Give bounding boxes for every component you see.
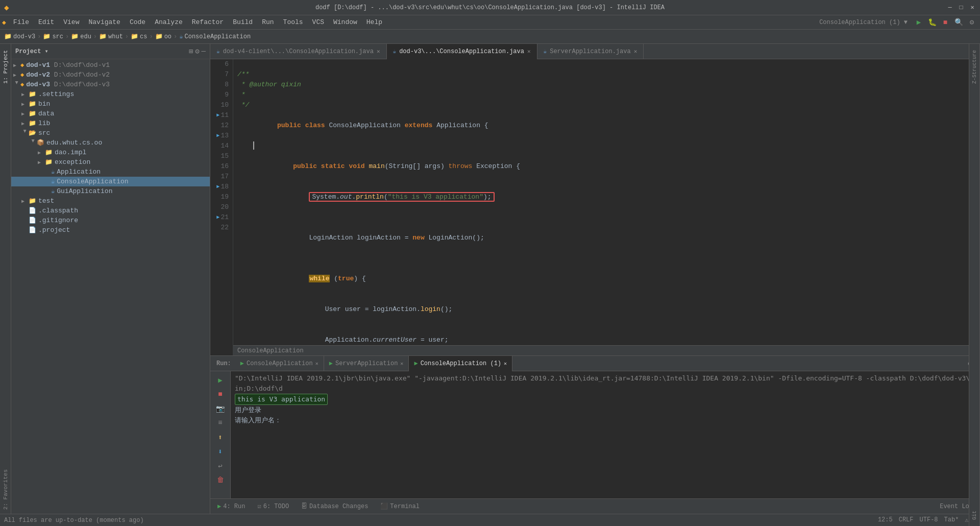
tab-dod-v4-console[interactable]: ☕ dod-v4-client\...\ConsoleApplication.j… (210, 44, 387, 59)
tree-item-settings[interactable]: ▶ 📁 .settings (11, 89, 210, 99)
status-line-endings[interactable]: CRLF (899, 516, 914, 524)
breadcrumb-whut[interactable]: 📁 whut (99, 33, 123, 40)
git-tab[interactable]: Git (971, 507, 978, 514)
folder-icon: 📁 (131, 33, 138, 40)
minimize-button[interactable]: ─ (946, 4, 953, 11)
tree-item-gui-application[interactable]: ▶ ☕ GuiApplication (11, 186, 210, 196)
maximize-button[interactable]: □ (958, 4, 965, 11)
stop-button[interactable]: ■ (939, 16, 951, 29)
settings-icon[interactable]: ⚙ (966, 16, 978, 29)
tool-tab-terminal[interactable]: ⬛ Terminal (375, 501, 425, 511)
tab-close-icon[interactable]: ✕ (315, 361, 318, 367)
run-camera-button[interactable]: 📷 (215, 403, 226, 414)
menu-tools[interactable]: Tools (279, 17, 307, 27)
tab-favorites[interactable]: 2: Favorites (2, 465, 10, 514)
breadcrumb-edu[interactable]: 📁 edu (71, 33, 91, 40)
menu-view[interactable]: View (59, 17, 83, 27)
code-line-12 (237, 141, 968, 151)
settings-icon[interactable]: ⚙ (195, 47, 199, 56)
tree-item-dod-v2[interactable]: ▶ ◆ dod-v2 D:\dodf\dod-v2 (11, 70, 210, 80)
tree-item-dod-v3[interactable]: ▶ ◆ dod-v3 D:\dodf\dod-v3 (11, 80, 210, 89)
z-structure-tab[interactable]: Z-Structure (971, 46, 978, 88)
line-numbers: 6 7 8 9 10 ▶11 12 ▶13 14 15 16 17 ▶18 (210, 59, 233, 355)
run-restart-button[interactable]: ▶ (215, 374, 226, 386)
menu-build[interactable]: Build (229, 17, 257, 27)
status-encoding[interactable]: UTF-8 (920, 516, 938, 524)
run-tab-console-app[interactable]: ▶ ConsoleApplication ✕ (235, 356, 324, 371)
breadcrumb-console-app[interactable]: ☕ ConsoleApplication (179, 33, 251, 40)
output-user-login: 用户登录 (235, 405, 976, 415)
run-scroll-button[interactable]: ≡ (215, 417, 226, 428)
menu-edit[interactable]: Edit (34, 17, 58, 27)
code-line-11: public class ConsoleApplication extends … (237, 110, 968, 141)
menu-navigate[interactable]: Navigate (84, 17, 124, 27)
breadcrumb-cs[interactable]: 📁 cs (131, 33, 147, 40)
tab-server-application[interactable]: ☕ ServerApplication.java ✕ (537, 44, 644, 59)
tree-item-application[interactable]: ▶ ☕ Application (11, 167, 210, 177)
run-icon: ▶ (329, 360, 333, 367)
breadcrumb-oo[interactable]: 📁 oo (155, 33, 172, 40)
menu-run[interactable]: Run (258, 17, 278, 27)
package-icon: 📦 (37, 139, 44, 147)
menu-code[interactable]: Code (126, 17, 150, 27)
code-area[interactable]: /** * @author qixin * */ public class Co… (233, 59, 972, 355)
run-up-button[interactable]: ⬆ (215, 432, 226, 443)
run-tab-console-app-1[interactable]: ▶ ConsoleApplication (1) ✕ (409, 356, 512, 371)
run-wrap-button[interactable]: ↩ (215, 460, 226, 471)
menu-vcs[interactable]: VCS (308, 17, 328, 27)
tool-tab-db-changes[interactable]: 🗄 Database Changes (296, 501, 373, 511)
tab-dod-v3-console[interactable]: ☕ dod-v3\...\ConsoleApplication.java ✕ (387, 44, 537, 59)
expand-arrow-icon: ▶ (21, 121, 29, 127)
tab-close-icon[interactable]: ✕ (377, 48, 380, 55)
tree-item-console-application[interactable]: ▶ ☕ ConsoleApplication (11, 177, 210, 186)
breadcrumb-src[interactable]: 📁 src (43, 33, 63, 40)
menu-help[interactable]: Help (362, 17, 386, 27)
tab-label: dod-v4-client\...\ConsoleApplication.jav… (223, 48, 374, 55)
tree-item-dod-v1[interactable]: ▶ ◆ dod-v1 D:\dodf\dod-v1 (11, 60, 210, 70)
run-button[interactable]: ▶ (913, 16, 925, 29)
run-stop-button[interactable]: ■ (215, 389, 226, 400)
tool-tab-run[interactable]: ▶ 4: Run (212, 501, 250, 511)
debug-button[interactable]: 🐛 (926, 16, 938, 29)
expand-arrow-icon: ▶ (21, 111, 29, 117)
status-indent[interactable]: Tab* (944, 516, 959, 524)
search-everywhere-icon[interactable]: 🔍 (952, 16, 965, 29)
tree-item-test[interactable]: ▶ 📁 test (11, 196, 210, 206)
tree-item-gitignore[interactable]: ▶ 📄 .gitignore (11, 216, 210, 225)
close-button[interactable]: ✕ (969, 4, 976, 11)
status-cursor-position[interactable]: 12:5 (878, 516, 893, 524)
tab-close-icon[interactable]: ✕ (400, 361, 403, 367)
menu-file[interactable]: File (9, 17, 33, 27)
tree-item-src[interactable]: ▶ 📂 src (11, 128, 210, 138)
tree-item-lib[interactable]: ▶ 📁 lib (11, 118, 210, 128)
menu-analyze[interactable]: Analyze (151, 17, 187, 27)
tab-close-icon[interactable]: ✕ (634, 48, 638, 55)
run-output[interactable]: "D:\IntelliJ IDEA 2019.2.1\jbr\bin\java.… (231, 371, 980, 498)
tree-item-edu-whut-cs-oo[interactable]: ▶ 📦 edu.whut.cs.oo (11, 138, 210, 148)
tab-project[interactable]: 1: Project (2, 46, 10, 88)
tree-item-classpath[interactable]: ▶ 📄 .classpath (11, 206, 210, 216)
breadcrumb-dod-v3[interactable]: 📁 dod-v3 (4, 33, 35, 40)
menu-window[interactable]: Window (329, 17, 361, 27)
collapse-all-icon[interactable]: ⊞ (189, 47, 193, 56)
hide-panel-icon[interactable]: — (202, 47, 206, 56)
tree-item-exception[interactable]: ▶ 📁 exception (11, 157, 210, 167)
tree-item-bin[interactable]: ▶ 📁 bin (11, 99, 210, 109)
code-line-15 (237, 212, 968, 223)
run-tab-server-app[interactable]: ▶ ServerApplication ✕ (324, 356, 409, 371)
run-clear-button[interactable]: 🗑 (215, 474, 226, 486)
file-icon: 📄 (29, 217, 36, 224)
menu-refactor[interactable]: Refactor (188, 17, 228, 27)
java-file-icon: ☕ (51, 178, 55, 185)
tree-item-dao-impl[interactable]: ▶ 📁 dao.impl (11, 148, 210, 157)
tree-item-project[interactable]: ▶ 📄 .project (11, 225, 210, 235)
project-icon: ◆ (20, 61, 24, 69)
title-bar-left: ◆ (4, 3, 9, 13)
tab-close-icon[interactable]: ✕ (527, 48, 531, 55)
tree-item-data[interactable]: ▶ 📁 data (11, 109, 210, 118)
tool-tab-todo[interactable]: ☑ 6: TODO (252, 501, 294, 511)
run-config-dropdown[interactable]: ConsoleApplication (1) ▼ (819, 19, 908, 26)
folder-icon: 📁 (29, 100, 36, 108)
run-down-button[interactable]: ⬇ (215, 446, 226, 457)
tab-close-icon[interactable]: ✕ (504, 361, 507, 367)
